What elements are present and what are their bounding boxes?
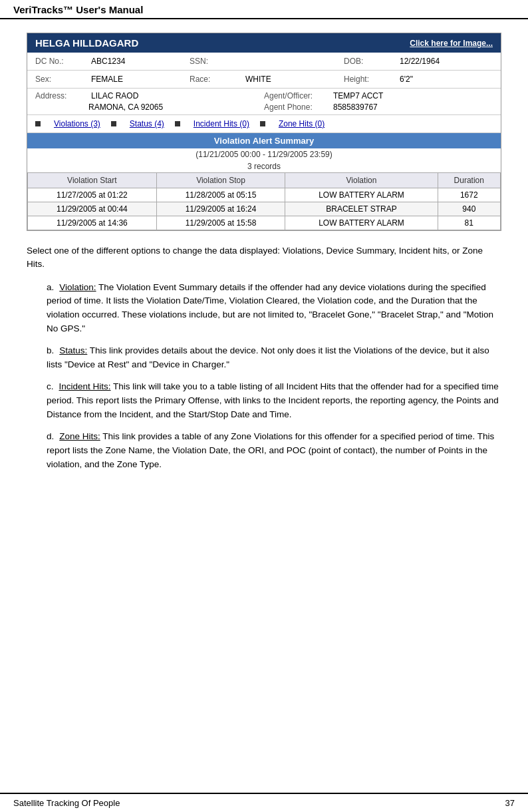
body-intro: Select one of the different options to c… — [27, 244, 501, 272]
dc-label: DC No.: — [35, 57, 88, 66]
agent-phone-value: 8585839767 — [333, 102, 378, 112]
bullet-2 — [111, 121, 116, 126]
agent-officer-cell: Agent/Officer: TEMP7 ACCT — [264, 91, 493, 101]
incident-hits-link[interactable]: Incident Hits (0) — [194, 119, 249, 128]
cell-start: 11/27/2005 at 01:22 — [28, 188, 157, 202]
cell-start: 11/29/2005 at 00:44 — [28, 202, 157, 216]
cell-stop: 11/29/2005 at 15:58 — [156, 216, 285, 230]
ssn-cell: SSN: — [190, 57, 338, 66]
agent-phone-cell: Agent Phone: 8585839767 — [264, 102, 493, 112]
sex-label: Sex: — [35, 75, 88, 84]
table-row: 11/27/2005 at 01:2211/28/2005 at 05:15LO… — [28, 188, 501, 202]
links-bar: Violations (3) Status (4) Incident Hits … — [27, 115, 501, 133]
cell-violation: LOW BATTERY ALARM — [285, 216, 438, 230]
profile-row-2: Sex: FEMALE Race: WHITE Height: 6'2" — [27, 71, 501, 89]
col-header-duration: Duration — [438, 173, 500, 188]
violation-summary-date: (11/21/2005 00:00 - 11/29/2005 23:59) — [27, 148, 501, 160]
list-item: d.Zone Hits: This link provides a table … — [47, 430, 501, 472]
table-header-row: Violation Start Violation Stop Violation… — [28, 173, 501, 188]
height-label: Height: — [344, 75, 397, 84]
table-row: 11/29/2005 at 14:3611/29/2005 at 15:58LO… — [28, 216, 501, 230]
cell-start: 11/29/2005 at 14:36 — [28, 216, 157, 230]
page-header: VeriTracks™ User's Manual — [0, 0, 528, 19]
cell-stop: 11/29/2005 at 16:24 — [156, 202, 285, 216]
cell-stop: 11/28/2005 at 05:15 — [156, 188, 285, 202]
cell-duration: 940 — [438, 202, 500, 216]
profile-name: HELGA HILLDAGARD — [35, 37, 138, 49]
zone-hits-link[interactable]: Zone Hits (0) — [279, 119, 325, 128]
dob-label: DOB: — [344, 57, 397, 66]
bullet-4 — [260, 121, 265, 126]
violation-summary-count: 3 records — [27, 160, 501, 172]
main-content: HELGA HILLDAGARD Click here for Image...… — [0, 19, 528, 493]
bullet-1 — [35, 121, 41, 126]
list-item-link-label: Incident Hits: — [59, 381, 111, 391]
race-value: WHITE — [245, 75, 271, 84]
cell-violation: LOW BATTERY ALARM — [285, 188, 438, 202]
address-label: Address: — [35, 91, 88, 101]
address-line2-cell: RAMONA, CA 92065 — [35, 102, 264, 112]
profile-row-1: DC No.: ABC1234 SSN: DOB: 12/22/1964 — [27, 53, 501, 71]
bullet-3 — [175, 121, 180, 126]
list-item-link-label: Violation: — [59, 282, 96, 292]
sex-value: FEMALE — [91, 75, 123, 84]
list-item-label: d. — [47, 431, 54, 441]
list-item-link-label: Status: — [59, 345, 87, 355]
violations-link[interactable]: Violations (3) — [54, 119, 100, 128]
race-cell: Race: WHITE — [190, 75, 338, 84]
col-header-stop: Violation Stop — [156, 173, 285, 188]
address-section: Address: LILAC RAOD RAMONA, CA 92065 — [35, 91, 264, 112]
page-footer: Satellite Tracking Of People 37 — [0, 793, 528, 812]
height-cell: Height: 6'2" — [344, 75, 493, 84]
dob-cell: DOB: 12/22/1964 — [344, 57, 493, 66]
dob-value: 12/22/1964 — [400, 57, 440, 66]
profile-card-header: HELGA HILLDAGARD Click here for Image... — [27, 33, 501, 53]
address-cell: Address: LILAC RAOD — [35, 91, 264, 101]
address-line1: LILAC RAOD — [91, 91, 138, 101]
violation-summary-title: Violation Alert Summary — [27, 133, 501, 148]
agent-phone-label: Agent Phone: — [264, 102, 330, 112]
agent-officer-value: TEMP7 ACCT — [333, 91, 383, 101]
dc-value: ABC1234 — [91, 57, 125, 66]
header-title: VeriTracks™ User's Manual — [13, 4, 143, 15]
height-value: 6'2" — [400, 75, 413, 84]
agent-section: Agent/Officer: TEMP7 ACCT Agent Phone: 8… — [264, 91, 493, 112]
violation-summary: Violation Alert Summary (11/21/2005 00:0… — [27, 133, 501, 230]
col-header-start: Violation Start — [28, 173, 157, 188]
agent-officer-label: Agent/Officer: — [264, 91, 330, 101]
cell-duration: 81 — [438, 216, 500, 230]
list-item: b.Status: This link provides details abo… — [47, 344, 501, 372]
click-image-link[interactable]: Click here for Image... — [410, 39, 493, 48]
footer-left: Satellite Tracking Of People — [13, 798, 120, 808]
profile-address-row: Address: LILAC RAOD RAMONA, CA 92065 Age… — [27, 89, 501, 115]
profile-card: HELGA HILLDAGARD Click here for Image...… — [27, 33, 501, 231]
status-link[interactable]: Status (4) — [130, 119, 164, 128]
list-item-label: c. — [47, 381, 54, 391]
dc-cell: DC No.: ABC1234 — [35, 57, 184, 66]
cell-violation: BRACELET STRAP — [285, 202, 438, 216]
list-item: c.Incident Hits: This link will take you… — [47, 380, 501, 422]
list-item-label: b. — [47, 345, 54, 355]
body-list: a.Violation: The Violation Event Summary… — [27, 281, 501, 472]
col-header-violation: Violation — [285, 173, 438, 188]
address-line2: RAMONA, CA 92065 — [88, 102, 163, 112]
cell-duration: 1672 — [438, 188, 500, 202]
sex-cell: Sex: FEMALE — [35, 75, 184, 84]
race-label: Race: — [190, 75, 243, 84]
table-row: 11/29/2005 at 00:4411/29/2005 at 16:24BR… — [28, 202, 501, 216]
list-item: a.Violation: The Violation Event Summary… — [47, 281, 501, 337]
list-item-label: a. — [47, 282, 54, 292]
ssn-label: SSN: — [190, 57, 243, 66]
footer-right: 37 — [505, 798, 515, 808]
list-item-link-label: Zone Hits: — [59, 431, 100, 441]
violation-table: Violation Start Violation Stop Violation… — [27, 172, 501, 230]
